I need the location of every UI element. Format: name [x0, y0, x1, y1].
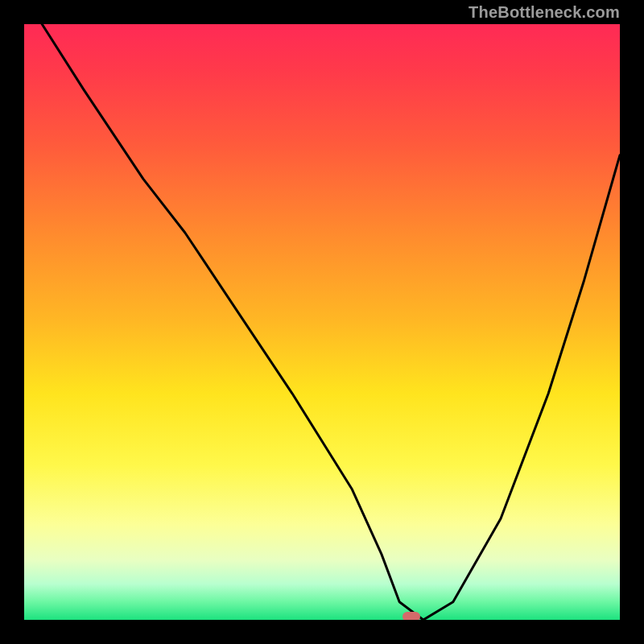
- chart-frame: TheBottleneck.com: [0, 0, 644, 644]
- watermark-text: TheBottleneck.com: [469, 3, 620, 22]
- gradient-plot-area: [24, 24, 620, 620]
- min-marker: [402, 612, 420, 620]
- curve-line: [42, 24, 620, 620]
- bottleneck-curve-chart: [24, 24, 620, 620]
